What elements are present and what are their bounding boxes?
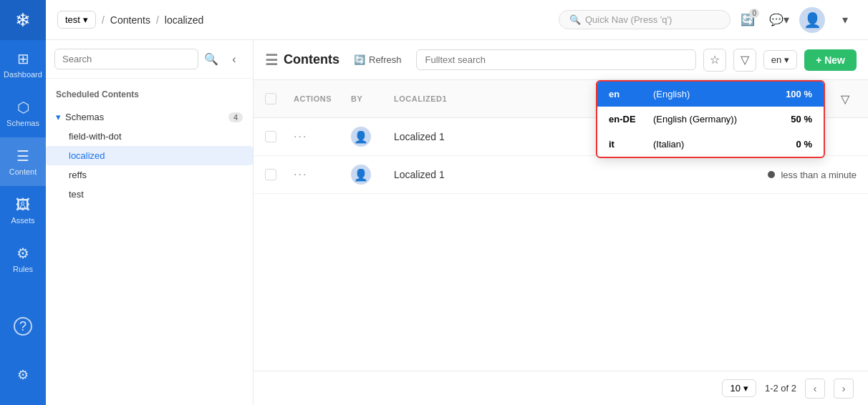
help-icon: ? <box>14 317 32 336</box>
prev-page-btn[interactable]: ‹ <box>805 379 825 399</box>
right-panel: ☰ Contents 🔄 Refresh ☆ ▽ en ▾ + <box>254 40 868 405</box>
schemas-count-badge: 4 <box>228 112 243 122</box>
row1-by: 👤 <box>351 127 394 147</box>
refresh-button[interactable]: 🔄 Refresh <box>347 51 409 69</box>
breadcrumb-sep-1: / <box>102 14 105 26</box>
lang-option-en-de[interactable]: en-DE (English (Germany)) 50 % <box>597 107 824 132</box>
refresh-label: Refresh <box>369 54 402 65</box>
chevron-messages-icon: ▾ <box>783 13 789 26</box>
refresh-icon: 🔄 <box>354 54 365 65</box>
schemas-tree-item[interactable]: ▾ Schemas 4 <box>46 107 253 127</box>
row1-actions[interactable]: ··· <box>294 130 351 143</box>
sidebar-item-assets[interactable]: 🖼 Assets <box>0 186 46 235</box>
sidebar-item-dashboard[interactable]: ⊞ Dashboard <box>0 40 46 89</box>
settings-icon: ⚙ <box>17 367 29 383</box>
schemas-section: ▾ Schemas 4 field-with-dot localized ref… <box>46 104 253 207</box>
left-search-input[interactable] <box>54 49 198 69</box>
lang-name-en-de: (English (Germany)) <box>653 114 768 125</box>
sidebar: ❄ ⊞ Dashboard ⬡ Schemas ☰ Content 🖼 Asse… <box>0 0 46 405</box>
lang-option-it[interactable]: it (Italian) 0 % <box>597 132 824 157</box>
sidebar-label-rules: Rules <box>13 265 33 273</box>
table-row[interactable]: ··· 👤 Localized 1 less than a minute <box>254 156 868 194</box>
user-chevron[interactable]: ▾ <box>834 9 857 31</box>
lang-code-label: en <box>771 54 781 65</box>
page-size-selector[interactable]: 10 ▾ <box>722 379 756 397</box>
navbar: test ▾ / Contents / localized 🔍 Quick Na… <box>46 0 868 40</box>
scheduled-title: Scheduled Contents <box>56 89 139 99</box>
page-info: 1-2 of 2 <box>765 383 796 394</box>
navbar-search: 🔍 Quick Nav (Press 'q') <box>559 10 730 29</box>
search-icon: 🔍 <box>569 14 581 25</box>
sidebar-item-schemas[interactable]: ⬡ Schemas <box>0 89 46 137</box>
sidebar-label-schemas: Schemas <box>6 119 39 127</box>
lang-option-en[interactable]: en (English) 100 % <box>597 82 824 107</box>
lang-name-it: (Italian) <box>653 139 768 150</box>
row2-localized: Localized 1 <box>394 169 768 180</box>
lang-pct-en: 100 % <box>776 89 812 99</box>
messages-btn[interactable]: 💬 ▾ <box>768 9 791 31</box>
project-selector[interactable]: test ▾ <box>57 11 96 29</box>
sync-btn[interactable]: 🔄 0 <box>736 9 759 31</box>
main-area: test ▾ / Contents / localized 🔍 Quick Na… <box>46 0 868 405</box>
collapse-panel-btn[interactable]: ‹ <box>224 49 244 69</box>
row2-by: 👤 <box>351 165 394 185</box>
chevron-user-icon: ▾ <box>842 13 848 26</box>
user-icon: 👤 <box>804 11 821 29</box>
collapse-icon: ‹ <box>232 53 236 66</box>
filter-table-btn[interactable]: ▽ <box>834 87 857 110</box>
sidebar-label-dashboard: Dashboard <box>4 70 42 79</box>
new-button[interactable]: + New <box>804 49 857 71</box>
row1-avatar: 👤 <box>351 127 371 147</box>
lang-selector-btn[interactable]: en ▾ <box>763 50 797 69</box>
contents-icon: ☰ <box>265 52 278 69</box>
schemas-label: Schemas <box>65 112 104 122</box>
row2-time: less than a minute <box>781 170 857 180</box>
prev-icon: ‹ <box>814 383 817 394</box>
row2-status: less than a minute <box>768 170 857 180</box>
quick-nav-btn[interactable]: 🔍 Quick Nav (Press 'q') <box>559 10 730 29</box>
language-dropdown: en (English) 100 % en-DE (English (Germa… <box>596 80 825 158</box>
next-icon: › <box>842 383 846 394</box>
message-icon: 💬 <box>769 13 783 26</box>
navbar-actions: 🔄 0 💬 ▾ 👤 ▾ <box>736 7 857 33</box>
fulltext-search-input[interactable] <box>416 49 696 70</box>
breadcrumb-contents: Contents <box>110 14 150 26</box>
schema-item-field-with-dot[interactable]: field-with-dot <box>46 127 253 146</box>
row2-checkbox[interactable] <box>265 169 294 180</box>
sidebar-item-settings[interactable]: ⚙ <box>0 351 46 399</box>
row1-checkbox[interactable] <box>265 131 294 142</box>
row2-actions[interactable]: ··· <box>294 168 351 181</box>
sidebar-label-assets: Assets <box>11 216 34 225</box>
schema-item-reffs[interactable]: reffs <box>46 165 253 185</box>
sidebar-item-help[interactable]: ? <box>0 302 46 351</box>
header-checkbox[interactable] <box>265 93 276 104</box>
assets-icon: 🖼 <box>16 197 30 213</box>
rules-icon: ⚙ <box>16 245 29 262</box>
star-btn[interactable]: ☆ <box>703 49 726 72</box>
left-panel-search-area: 🔍 ‹ <box>46 40 253 79</box>
next-page-btn[interactable]: › <box>834 379 854 399</box>
chevron-page-size-icon: ▾ <box>743 383 748 394</box>
schema-item-test[interactable]: test <box>46 185 253 204</box>
logo[interactable]: ❄ <box>0 0 46 40</box>
row2-avatar: 👤 <box>351 165 371 185</box>
th-actions: ACTIONS <box>294 94 351 103</box>
user-avatar[interactable]: 👤 <box>799 7 825 33</box>
sidebar-item-rules[interactable]: ⚙ Rules <box>0 235 46 283</box>
status-dot <box>768 171 775 178</box>
lang-code-en-de: en-DE <box>609 114 645 125</box>
contents-title: ☰ Contents <box>265 52 339 69</box>
quick-nav-label: Quick Nav (Press 'q') <box>585 14 672 25</box>
lang-pct-en-de: 50 % <box>776 114 812 125</box>
logo-icon: ❄ <box>15 9 31 31</box>
search-icon-left: 🔍 <box>204 52 218 66</box>
filter-btn[interactable]: ▽ <box>733 49 756 72</box>
star-icon: ☆ <box>710 53 720 67</box>
breadcrumb-sep-2: / <box>156 14 159 26</box>
sidebar-item-content[interactable]: ☰ Content <box>0 137 46 186</box>
schema-item-localized[interactable]: localized <box>46 146 253 165</box>
lang-name-en: (English) <box>653 89 768 99</box>
lang-code-en: en <box>609 89 645 99</box>
left-panel: 🔍 ‹ Scheduled Contents ▾ Schemas 4 field… <box>46 40 254 405</box>
lang-pct-it: 0 % <box>776 139 812 150</box>
